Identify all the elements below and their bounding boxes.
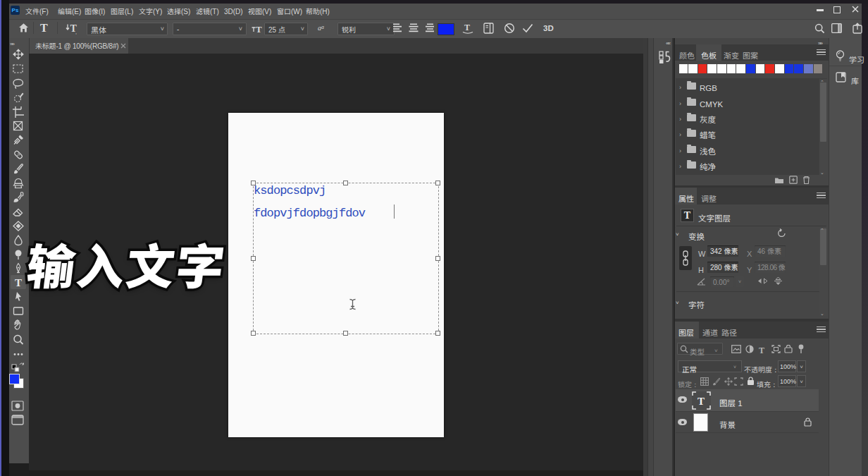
svg-text:T: T [15,277,22,288]
svg-text:T: T [698,396,705,407]
svg-text:T: T [464,23,470,32]
svg-text:,: , [75,28,77,35]
svg-text:T: T [256,24,262,34]
